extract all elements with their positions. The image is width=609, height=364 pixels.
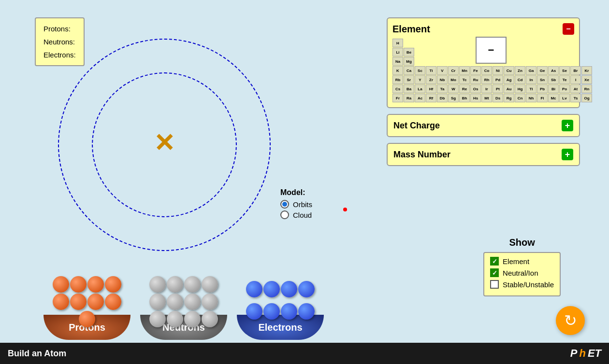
pt-Fl[interactable]: Fl: [537, 94, 548, 102]
pt-Rh[interactable]: Rh: [481, 75, 492, 84]
cloud-radio[interactable]: [280, 210, 289, 219]
collapse-button[interactable]: −: [563, 23, 574, 35]
pt-Pb[interactable]: Pb: [537, 84, 548, 93]
orbits-option[interactable]: Orbits: [280, 200, 312, 209]
electron-particle[interactable]: [281, 281, 297, 297]
neutron-particle[interactable]: [149, 311, 166, 327]
pt-Be[interactable]: Be: [404, 48, 414, 56]
neutron-particle[interactable]: [184, 311, 201, 327]
pt-Ts[interactable]: Ts: [570, 94, 581, 102]
neutron-particle[interactable]: [202, 311, 218, 327]
show-element-checkbox[interactable]: [490, 257, 499, 266]
pt-H[interactable]: H: [392, 39, 403, 47]
neutron-particle[interactable]: [167, 276, 183, 293]
pt-Hs[interactable]: Hs: [470, 94, 481, 102]
pt-Ta[interactable]: Ta: [437, 84, 448, 93]
pt-Cd[interactable]: Cd: [515, 75, 525, 84]
pt-Sr[interactable]: Sr: [404, 75, 414, 84]
pt-Hg[interactable]: Hg: [515, 84, 525, 93]
pt-Te[interactable]: Te: [559, 75, 570, 84]
neutron-particle[interactable]: [149, 294, 166, 310]
pt-Pd[interactable]: Pd: [493, 75, 503, 84]
pt-Db[interactable]: Db: [437, 94, 448, 102]
proton-particle[interactable]: [105, 294, 121, 310]
pt-Pt[interactable]: Pt: [493, 84, 503, 93]
cloud-option[interactable]: Cloud: [280, 210, 312, 219]
pt-La[interactable]: La: [415, 84, 425, 93]
pt-Mg[interactable]: Mg: [404, 57, 414, 66]
pt-Zn[interactable]: Zn: [515, 66, 525, 75]
pt-Tc[interactable]: Tc: [459, 75, 470, 84]
pt-Ru[interactable]: Ru: [470, 75, 481, 84]
pt-Mo[interactable]: Mo: [448, 75, 459, 84]
pt-Cu[interactable]: Cu: [504, 66, 514, 75]
proton-particle[interactable]: [70, 294, 87, 310]
pt-Tl[interactable]: Tl: [526, 84, 536, 93]
pt-W[interactable]: W: [448, 84, 459, 93]
pt-Ba[interactable]: Ba: [404, 84, 414, 93]
electron-particle[interactable]: [246, 303, 262, 320]
net-charge-expand-button[interactable]: +: [562, 120, 573, 131]
pt-Rf[interactable]: Rf: [426, 94, 436, 102]
pt-Xe[interactable]: Xe: [581, 75, 592, 84]
neutron-particle[interactable]: [202, 294, 218, 310]
pt-Se[interactable]: Se: [559, 66, 570, 75]
proton-particle[interactable]: [87, 294, 104, 310]
pt-Y[interactable]: Y: [415, 75, 425, 84]
pt-Cn[interactable]: Cn: [515, 94, 525, 102]
pt-Nh[interactable]: Nh: [526, 94, 536, 102]
pt-Ni[interactable]: Ni: [493, 66, 503, 75]
pt-Ac[interactable]: Ac: [415, 94, 425, 102]
pt-Mc[interactable]: Mc: [548, 94, 559, 102]
pt-As[interactable]: As: [548, 66, 559, 75]
pt-Bh[interactable]: Bh: [459, 94, 470, 102]
pt-Nb[interactable]: Nb: [437, 75, 448, 84]
pt-Os[interactable]: Os: [470, 84, 481, 93]
neutron-particle[interactable]: [184, 276, 201, 293]
pt-Po[interactable]: Po: [559, 84, 570, 93]
neutron-particle[interactable]: [167, 311, 183, 327]
pt-Au[interactable]: Au: [504, 84, 514, 93]
pt-Co[interactable]: Co: [481, 66, 492, 75]
electron-particle[interactable]: [298, 303, 315, 320]
electron-particle[interactable]: [263, 303, 280, 320]
pt-Zr[interactable]: Zr: [426, 75, 436, 84]
neutron-particle[interactable]: [184, 294, 201, 310]
pt-Ca[interactable]: Ca: [404, 66, 414, 75]
pt-Sc[interactable]: Sc: [415, 66, 425, 75]
pt-Li[interactable]: Li: [392, 48, 403, 56]
electron-particle[interactable]: [298, 281, 315, 297]
pt-Lv[interactable]: Lv: [559, 94, 570, 102]
pt-Rb[interactable]: Rb: [392, 75, 403, 84]
proton-particle[interactable]: [105, 276, 121, 293]
pt-At[interactable]: At: [570, 84, 581, 93]
electron-particle[interactable]: [281, 303, 297, 320]
proton-particle[interactable]: [87, 276, 104, 293]
pt-Ds[interactable]: Ds: [493, 94, 503, 102]
proton-particle[interactable]: [70, 276, 87, 293]
pt-Fr[interactable]: Fr: [392, 94, 403, 102]
pt-Ti[interactable]: Ti: [426, 66, 436, 75]
orbits-radio[interactable]: [280, 200, 289, 209]
pt-Ir[interactable]: Ir: [481, 84, 492, 93]
pt-In[interactable]: In: [526, 75, 536, 84]
proton-particle[interactable]: [79, 311, 95, 327]
pt-V[interactable]: V: [437, 66, 448, 75]
pt-Kr[interactable]: Kr: [581, 66, 592, 75]
electron-particle[interactable]: [246, 281, 262, 297]
pt-Bi[interactable]: Bi: [548, 84, 559, 93]
pt-Ag[interactable]: Ag: [504, 75, 514, 84]
pt-Sn[interactable]: Sn: [537, 75, 548, 84]
pt-I[interactable]: I: [570, 75, 581, 84]
pt-Mn[interactable]: Mn: [459, 66, 470, 75]
pt-Re[interactable]: Re: [459, 84, 470, 93]
neutron-particle[interactable]: [202, 276, 218, 293]
show-neutral-checkbox[interactable]: [490, 268, 499, 277]
pt-Og[interactable]: Og: [581, 94, 592, 102]
mass-number-expand-button[interactable]: +: [562, 149, 573, 160]
neutron-particle[interactable]: [167, 294, 183, 310]
pt-Na[interactable]: Na: [392, 57, 403, 66]
pt-Rg[interactable]: Rg: [504, 94, 514, 102]
refresh-button[interactable]: ↻: [556, 306, 585, 335]
show-stable-checkbox[interactable]: [490, 280, 499, 289]
